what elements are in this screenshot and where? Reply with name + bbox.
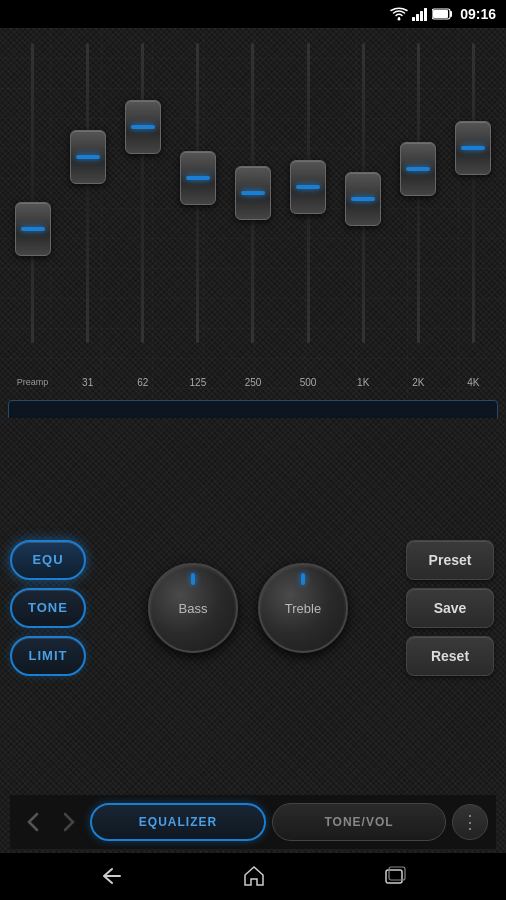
svg-rect-2 [416, 14, 419, 21]
recents-button[interactable] [384, 866, 406, 886]
bass-label: Bass [179, 600, 208, 615]
sys-navbar [0, 853, 506, 900]
freq-label-125: 125 [170, 377, 225, 388]
status-time: 09:16 [460, 6, 496, 22]
fader-250hz[interactable] [225, 38, 280, 368]
svg-rect-4 [424, 8, 427, 21]
limit-button[interactable]: LIMIT [10, 636, 86, 676]
svg-rect-3 [420, 11, 423, 21]
nav-prev-arrow[interactable] [18, 804, 48, 840]
fader-4khz[interactable] [446, 38, 501, 368]
eq-display: DVC LMT STX [8, 400, 498, 418]
freq-labels: Preamp 31 62 125 250 500 1K 2K 4K [0, 368, 506, 396]
save-button[interactable]: Save [406, 588, 494, 628]
svg-rect-10 [386, 870, 402, 883]
treble-knob-container: Treble [258, 563, 348, 653]
right-buttons: Preset Save Reset [406, 540, 496, 676]
bass-knob-container: Bass [148, 563, 238, 653]
freq-label-1k: 1K [336, 377, 391, 388]
eq-curve-svg [9, 401, 497, 418]
svg-rect-1 [412, 17, 415, 21]
left-buttons: EQU TONE LIMIT [10, 540, 90, 676]
home-button[interactable] [243, 865, 265, 887]
freq-label-31: 31 [60, 377, 115, 388]
freq-label-250: 250 [225, 377, 280, 388]
status-bar: 09:16 [0, 0, 506, 28]
bass-knob[interactable]: Bass [148, 563, 238, 653]
tab-equalizer[interactable]: EQUALIZER [90, 803, 266, 841]
fader-125hz[interactable] [170, 38, 225, 368]
equ-button[interactable]: EQU [10, 540, 86, 580]
faders-area [0, 28, 506, 368]
status-icons [390, 7, 454, 21]
fader-preamp[interactable] [5, 38, 60, 368]
svg-point-0 [398, 18, 401, 21]
nav-next-arrow[interactable] [54, 804, 84, 840]
fader-2khz[interactable] [391, 38, 446, 368]
treble-label: Treble [285, 600, 321, 615]
freq-label-2k: 2K [391, 377, 446, 388]
reset-button[interactable]: Reset [406, 636, 494, 676]
wifi-icon [390, 7, 408, 21]
knobs-area: Bass Treble [100, 563, 396, 653]
fader-1khz[interactable] [336, 38, 391, 368]
main-content: Preamp 31 62 125 250 500 1K 2K 4K [0, 28, 506, 852]
tab-tone-vol[interactable]: TONE/VOL [272, 803, 446, 841]
back-button[interactable] [100, 866, 124, 886]
fader-62hz[interactable] [115, 38, 170, 368]
freq-label-62: 62 [115, 377, 170, 388]
treble-knob[interactable]: Treble [258, 563, 348, 653]
preset-button[interactable]: Preset [406, 540, 494, 580]
faders-section: Preamp 31 62 125 250 500 1K 2K 4K [0, 28, 506, 418]
battery-icon [432, 8, 454, 20]
fader-500hz[interactable] [281, 38, 336, 368]
freq-label-preamp: Preamp [5, 377, 60, 387]
controls-section: EQU TONE LIMIT Bass Treble [0, 418, 506, 852]
svg-rect-6 [433, 10, 448, 18]
tone-button[interactable]: TONE [10, 588, 86, 628]
fader-31hz[interactable] [60, 38, 115, 368]
freq-label-4k: 4K [446, 377, 501, 388]
app-container: 09:16 [0, 0, 506, 900]
more-options-button[interactable]: ⋮ [452, 804, 488, 840]
freq-label-500: 500 [281, 377, 336, 388]
bottom-nav: EQUALIZER TONE/VOL ⋮ [10, 795, 496, 849]
controls-main-row: EQU TONE LIMIT Bass Treble [10, 426, 496, 788]
signal-icon [412, 7, 428, 21]
